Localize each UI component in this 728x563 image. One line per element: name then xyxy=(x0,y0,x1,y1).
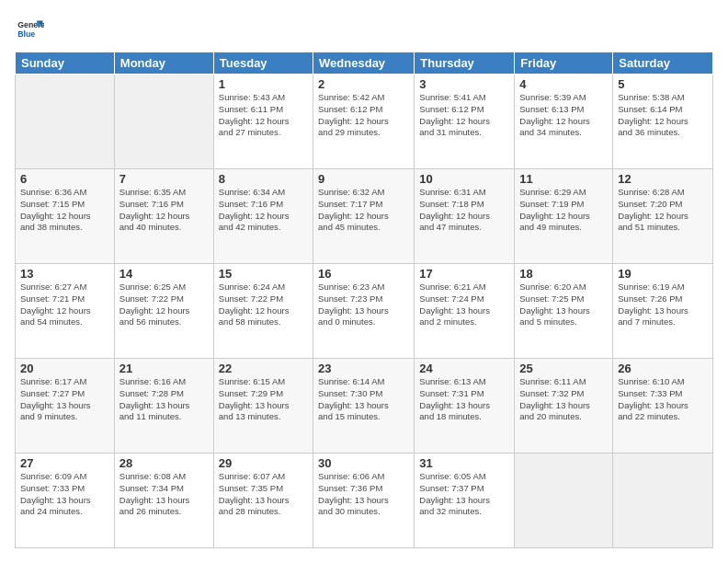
day-number: 21 xyxy=(119,362,209,375)
day-cell: 9Sunrise: 6:32 AM Sunset: 7:17 PM Daylig… xyxy=(313,169,415,264)
day-cell: 6Sunrise: 6:36 AM Sunset: 7:15 PM Daylig… xyxy=(16,169,115,264)
day-number: 13 xyxy=(20,267,109,281)
week-row-1: 1Sunrise: 5:43 AM Sunset: 6:11 PM Daylig… xyxy=(16,75,713,169)
day-info: Sunrise: 6:31 AM Sunset: 7:18 PM Dayligh… xyxy=(419,187,509,234)
day-cell: 17Sunrise: 6:21 AM Sunset: 7:24 PM Dayli… xyxy=(415,264,515,359)
day-cell: 16Sunrise: 6:23 AM Sunset: 7:23 PM Dayli… xyxy=(313,264,415,359)
day-cell: 31Sunrise: 6:05 AM Sunset: 7:37 PM Dayli… xyxy=(415,454,515,548)
day-number: 6 xyxy=(20,172,109,186)
day-number: 19 xyxy=(618,267,708,281)
day-info: Sunrise: 6:25 AM Sunset: 7:22 PM Dayligh… xyxy=(119,282,209,328)
day-info: Sunrise: 6:10 AM Sunset: 7:33 PM Dayligh… xyxy=(618,376,708,423)
week-row-4: 20Sunrise: 6:17 AM Sunset: 7:27 PM Dayli… xyxy=(16,359,713,454)
week-row-5: 27Sunrise: 6:09 AM Sunset: 7:33 PM Dayli… xyxy=(16,454,713,548)
day-cell: 22Sunrise: 6:15 AM Sunset: 7:29 PM Dayli… xyxy=(213,359,313,454)
day-cell: 26Sunrise: 6:10 AM Sunset: 7:33 PM Dayli… xyxy=(613,359,713,454)
day-cell: 15Sunrise: 6:24 AM Sunset: 7:22 PM Dayli… xyxy=(213,264,313,359)
calendar: SundayMondayTuesdayWednesdayThursdayFrid… xyxy=(15,52,713,548)
day-number: 12 xyxy=(618,172,708,186)
day-cell: 27Sunrise: 6:09 AM Sunset: 7:33 PM Dayli… xyxy=(16,454,115,548)
day-info: Sunrise: 6:15 AM Sunset: 7:29 PM Dayligh… xyxy=(219,376,308,423)
day-number: 11 xyxy=(519,172,608,186)
day-info: Sunrise: 6:24 AM Sunset: 7:22 PM Dayligh… xyxy=(219,282,308,328)
weekday-header-wednesday: Wednesday xyxy=(313,52,415,75)
day-cell xyxy=(114,75,213,169)
day-number: 30 xyxy=(318,456,409,470)
logo-icon: General Blue xyxy=(15,15,44,44)
header: General Blue xyxy=(15,15,713,44)
day-info: Sunrise: 6:34 AM Sunset: 7:16 PM Dayligh… xyxy=(219,187,308,234)
day-info: Sunrise: 6:07 AM Sunset: 7:35 PM Dayligh… xyxy=(219,471,308,518)
day-info: Sunrise: 6:32 AM Sunset: 7:17 PM Dayligh… xyxy=(318,187,409,234)
day-cell: 1Sunrise: 5:43 AM Sunset: 6:11 PM Daylig… xyxy=(213,75,313,169)
day-number: 9 xyxy=(318,172,409,186)
day-info: Sunrise: 6:17 AM Sunset: 7:27 PM Dayligh… xyxy=(20,376,109,423)
day-number: 22 xyxy=(219,362,308,375)
day-info: Sunrise: 6:19 AM Sunset: 7:26 PM Dayligh… xyxy=(618,282,708,328)
day-number: 2 xyxy=(318,77,409,91)
day-number: 23 xyxy=(318,362,409,375)
weekday-header-monday: Monday xyxy=(114,52,213,75)
day-number: 3 xyxy=(419,77,509,91)
logo: General Blue xyxy=(15,15,48,44)
day-info: Sunrise: 6:35 AM Sunset: 7:16 PM Dayligh… xyxy=(119,187,209,234)
day-number: 28 xyxy=(119,456,209,470)
day-info: Sunrise: 6:16 AM Sunset: 7:28 PM Dayligh… xyxy=(119,376,209,423)
day-cell xyxy=(515,454,613,548)
day-cell: 23Sunrise: 6:14 AM Sunset: 7:30 PM Dayli… xyxy=(313,359,415,454)
day-info: Sunrise: 5:43 AM Sunset: 6:11 PM Dayligh… xyxy=(219,92,308,139)
day-number: 25 xyxy=(519,362,608,375)
day-number: 17 xyxy=(419,267,509,281)
day-cell: 24Sunrise: 6:13 AM Sunset: 7:31 PM Dayli… xyxy=(415,359,515,454)
day-cell: 12Sunrise: 6:28 AM Sunset: 7:20 PM Dayli… xyxy=(613,169,713,264)
day-cell: 13Sunrise: 6:27 AM Sunset: 7:21 PM Dayli… xyxy=(16,264,115,359)
day-info: Sunrise: 5:38 AM Sunset: 6:14 PM Dayligh… xyxy=(618,92,708,139)
day-cell: 14Sunrise: 6:25 AM Sunset: 7:22 PM Dayli… xyxy=(114,264,213,359)
day-info: Sunrise: 5:39 AM Sunset: 6:13 PM Dayligh… xyxy=(519,92,608,139)
day-info: Sunrise: 6:36 AM Sunset: 7:15 PM Dayligh… xyxy=(20,187,109,234)
day-info: Sunrise: 6:09 AM Sunset: 7:33 PM Dayligh… xyxy=(20,471,109,518)
weekday-header-sunday: Sunday xyxy=(16,52,115,75)
weekday-header-saturday: Saturday xyxy=(613,52,713,75)
day-info: Sunrise: 6:27 AM Sunset: 7:21 PM Dayligh… xyxy=(20,282,109,328)
day-cell: 3Sunrise: 5:41 AM Sunset: 6:12 PM Daylig… xyxy=(415,75,515,169)
day-info: Sunrise: 5:41 AM Sunset: 6:12 PM Dayligh… xyxy=(419,92,509,139)
day-number: 27 xyxy=(20,456,109,470)
day-number: 15 xyxy=(219,267,308,281)
day-number: 18 xyxy=(519,267,608,281)
page: General Blue SundayMondayTuesdayWednesda… xyxy=(0,0,728,563)
day-cell: 8Sunrise: 6:34 AM Sunset: 7:16 PM Daylig… xyxy=(213,169,313,264)
day-cell: 19Sunrise: 6:19 AM Sunset: 7:26 PM Dayli… xyxy=(613,264,713,359)
weekday-header-friday: Friday xyxy=(515,52,613,75)
week-row-3: 13Sunrise: 6:27 AM Sunset: 7:21 PM Dayli… xyxy=(16,264,713,359)
week-row-2: 6Sunrise: 6:36 AM Sunset: 7:15 PM Daylig… xyxy=(16,169,713,264)
day-cell: 5Sunrise: 5:38 AM Sunset: 6:14 PM Daylig… xyxy=(613,75,713,169)
day-info: Sunrise: 6:29 AM Sunset: 7:19 PM Dayligh… xyxy=(519,187,608,234)
day-number: 7 xyxy=(119,172,209,186)
day-number: 8 xyxy=(219,172,308,186)
day-info: Sunrise: 6:06 AM Sunset: 7:36 PM Dayligh… xyxy=(318,471,409,518)
day-cell xyxy=(16,75,115,169)
day-number: 1 xyxy=(219,77,308,91)
day-number: 31 xyxy=(419,456,509,470)
day-number: 16 xyxy=(318,267,409,281)
svg-text:Blue: Blue xyxy=(17,29,35,39)
day-cell: 28Sunrise: 6:08 AM Sunset: 7:34 PM Dayli… xyxy=(114,454,213,548)
day-cell: 30Sunrise: 6:06 AM Sunset: 7:36 PM Dayli… xyxy=(313,454,415,548)
day-info: Sunrise: 6:28 AM Sunset: 7:20 PM Dayligh… xyxy=(618,187,708,234)
day-cell: 25Sunrise: 6:11 AM Sunset: 7:32 PM Dayli… xyxy=(515,359,613,454)
day-number: 20 xyxy=(20,362,109,375)
day-cell: 20Sunrise: 6:17 AM Sunset: 7:27 PM Dayli… xyxy=(16,359,115,454)
day-cell: 2Sunrise: 5:42 AM Sunset: 6:12 PM Daylig… xyxy=(313,75,415,169)
day-info: Sunrise: 5:42 AM Sunset: 6:12 PM Dayligh… xyxy=(318,92,409,139)
day-info: Sunrise: 6:13 AM Sunset: 7:31 PM Dayligh… xyxy=(419,376,509,423)
day-number: 26 xyxy=(618,362,708,375)
day-cell: 10Sunrise: 6:31 AM Sunset: 7:18 PM Dayli… xyxy=(415,169,515,264)
day-number: 14 xyxy=(119,267,209,281)
weekday-header-tuesday: Tuesday xyxy=(213,52,313,75)
day-number: 10 xyxy=(419,172,509,186)
day-number: 24 xyxy=(419,362,509,375)
day-info: Sunrise: 6:21 AM Sunset: 7:24 PM Dayligh… xyxy=(419,282,509,328)
day-cell: 11Sunrise: 6:29 AM Sunset: 7:19 PM Dayli… xyxy=(515,169,613,264)
weekday-header-row: SundayMondayTuesdayWednesdayThursdayFrid… xyxy=(16,52,713,75)
